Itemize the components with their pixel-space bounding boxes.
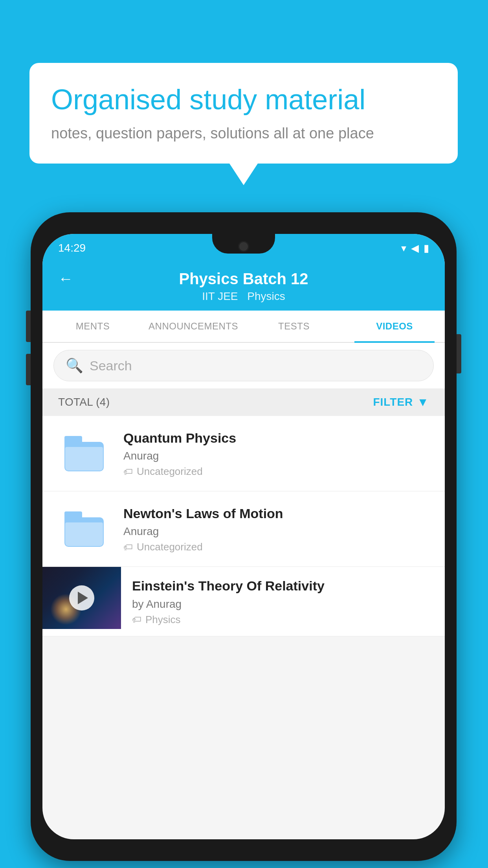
- speech-bubble: Organised study material notes, question…: [29, 63, 458, 164]
- battery-icon: ▮: [424, 242, 429, 254]
- wifi-icon: ▾: [401, 242, 406, 254]
- list-item[interactable]: Einstein's Theory Of Relativity by Anura…: [42, 567, 445, 636]
- phone-screen: 14:29 ▾ ◀ ▮ ← Physics Batch 12 IIT JEE P…: [42, 234, 445, 839]
- item-title: Einstein's Theory Of Relativity: [132, 577, 434, 594]
- item-tag: Physics: [145, 614, 181, 626]
- item-thumbnail: [57, 434, 112, 473]
- play-button[interactable]: [69, 585, 94, 611]
- tag-icon: 🏷: [123, 542, 133, 553]
- status-icons: ▾ ◀ ▮: [401, 242, 429, 254]
- tag-row: 🏷 Uncategorized: [123, 465, 431, 478]
- filter-icon: ▼: [417, 395, 429, 409]
- item-info: Einstein's Theory Of Relativity by Anura…: [121, 567, 445, 636]
- app-header: ← Physics Batch 12 IIT JEE Physics: [42, 262, 445, 311]
- item-info: Quantum Physics Anurag 🏷 Uncategorized: [123, 429, 431, 478]
- item-tag: Uncategorized: [137, 465, 203, 478]
- power-button: [457, 334, 461, 373]
- volume-down-button: [26, 354, 31, 385]
- bubble-subtitle: notes, question papers, solutions all at…: [51, 125, 436, 142]
- total-count: TOTAL (4): [58, 396, 110, 408]
- front-camera: [238, 241, 249, 252]
- tab-tests[interactable]: TESTS: [244, 311, 344, 342]
- filter-bar: TOTAL (4) FILTER ▼: [42, 388, 445, 416]
- item-title: Quantum Physics: [123, 429, 431, 447]
- search-placeholder: Search: [90, 358, 132, 373]
- item-title: Newton's Laws of Motion: [123, 505, 431, 522]
- header-row: ← Physics Batch 12: [58, 270, 429, 288]
- tag-row: 🏷 Uncategorized: [123, 541, 431, 553]
- item-thumbnail: [57, 509, 112, 549]
- folder-icon: [64, 436, 104, 471]
- item-author: by Anurag: [132, 598, 434, 611]
- play-icon: [78, 592, 88, 604]
- tab-ments[interactable]: MENTS: [42, 311, 143, 342]
- list-item[interactable]: Quantum Physics Anurag 🏷 Uncategorized: [42, 416, 445, 491]
- tabs-bar: MENTS ANNOUNCEMENTS TESTS VIDEOS: [42, 311, 445, 343]
- back-button[interactable]: ←: [58, 270, 73, 287]
- header-tags: IIT JEE Physics: [199, 290, 288, 303]
- search-bar[interactable]: 🔍 Search: [53, 350, 434, 381]
- tag-iit-jee: IIT JEE: [202, 290, 238, 302]
- tag-physics: Physics: [247, 290, 285, 302]
- video-list: Quantum Physics Anurag 🏷 Uncategorized: [42, 416, 445, 636]
- tag-icon: 🏷: [123, 466, 133, 477]
- item-author: Anurag: [123, 450, 431, 462]
- volume-up-button: [26, 311, 31, 342]
- item-info: Newton's Laws of Motion Anurag 🏷 Uncateg…: [123, 505, 431, 553]
- item-author: Anurag: [123, 525, 431, 538]
- phone-frame: 14:29 ▾ ◀ ▮ ← Physics Batch 12 IIT JEE P…: [31, 212, 457, 861]
- filter-button[interactable]: FILTER ▼: [373, 395, 429, 409]
- filter-label: FILTER: [373, 396, 413, 408]
- tag-row: 🏷 Physics: [132, 614, 434, 626]
- bubble-title: Organised study material: [51, 83, 436, 116]
- status-time: 14:29: [58, 242, 86, 254]
- search-icon: 🔍: [66, 357, 83, 374]
- item-tag: Uncategorized: [137, 541, 203, 553]
- app-title: Physics Batch 12: [179, 270, 308, 288]
- video-thumbnail: [42, 567, 121, 629]
- tag-icon: 🏷: [132, 614, 141, 625]
- phone-notch: [212, 234, 275, 254]
- signal-icon: ◀: [411, 242, 419, 254]
- tab-announcements[interactable]: ANNOUNCEMENTS: [143, 311, 244, 342]
- search-container: 🔍 Search: [42, 343, 445, 388]
- list-item[interactable]: Newton's Laws of Motion Anurag 🏷 Uncateg…: [42, 491, 445, 567]
- tab-videos[interactable]: VIDEOS: [344, 311, 445, 342]
- folder-icon: [64, 511, 104, 547]
